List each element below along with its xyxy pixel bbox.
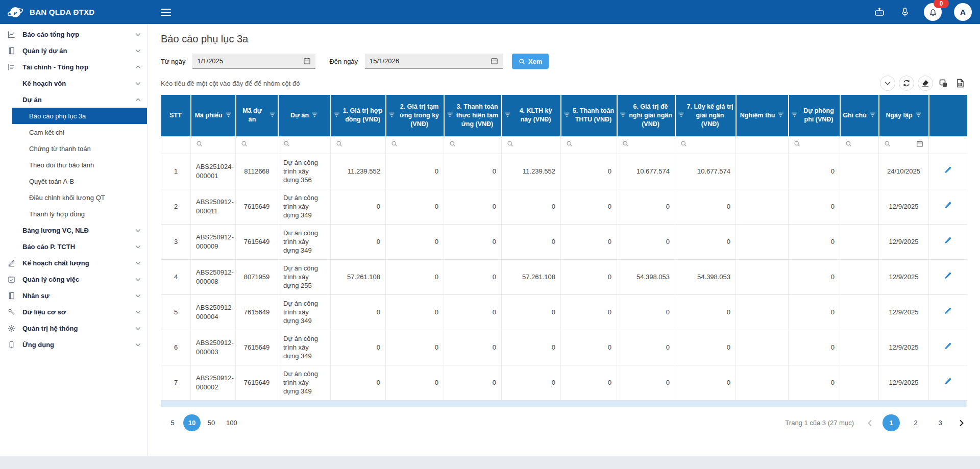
sidebar-item[interactable]: Tài chính - Tổng hợp	[0, 59, 147, 75]
column-header-c6[interactable]: 6. Giá trị đề nghị giải ngân (VNĐ)	[617, 95, 675, 136]
column-header-c2[interactable]: 2. Giá trị tạm ứng trong kỳ (VNĐ)	[386, 95, 444, 136]
filter-icon[interactable]	[564, 111, 570, 120]
column-header-ma_phieu[interactable]: Mã phiếu	[191, 95, 236, 136]
column-header-ghi_chu[interactable]: Ghi chú	[840, 95, 879, 136]
collapse-chevron-button[interactable]	[880, 76, 895, 91]
filter-input-du_phong[interactable]	[789, 136, 840, 154]
filter-input-ma_du_an[interactable]	[236, 136, 278, 154]
prev-page-button[interactable]	[865, 418, 875, 428]
filter-icon[interactable]	[504, 111, 511, 120]
assistant-robot-icon[interactable]	[873, 6, 886, 19]
clear-filters-eraser-button[interactable]	[918, 76, 933, 91]
sidebar-item[interactable]: Kế hoạch vốn	[0, 75, 147, 91]
page-size-5[interactable]: 5	[164, 414, 181, 431]
filter-icon[interactable]	[388, 111, 395, 120]
column-header-ngay_lap[interactable]: Ngày lập	[879, 95, 929, 136]
next-page-button[interactable]	[957, 418, 967, 428]
sidebar-item[interactable]: Chứng từ thanh toán	[0, 140, 147, 157]
notifications-bell-button[interactable]: 0	[924, 3, 942, 21]
sidebar-item[interactable]: Báo cáo P. TCTH	[0, 238, 147, 255]
filter-input-c4[interactable]	[502, 136, 561, 154]
filter-input-c3[interactable]	[444, 136, 502, 154]
export-excel-button[interactable]	[953, 77, 967, 90]
edit-row-button[interactable]	[944, 236, 952, 244]
sidebar-item[interactable]: Quản lý dự án	[0, 42, 147, 59]
sidebar-item[interactable]: Dữ liệu cơ sở	[0, 304, 147, 320]
refresh-button[interactable]	[899, 76, 914, 91]
calendar-icon[interactable]	[916, 140, 923, 150]
edit-row-button[interactable]	[944, 342, 952, 350]
cell-ghi_chu	[840, 365, 879, 400]
calendar-icon[interactable]	[303, 57, 311, 65]
sidebar-item[interactable]: Điều chỉnh khối lượng QT	[0, 189, 147, 206]
user-avatar[interactable]: A	[954, 3, 972, 21]
filter-icon[interactable]	[869, 111, 876, 120]
sidebar-item[interactable]: Ứng dụng	[0, 336, 147, 353]
page-button-1[interactable]: 1	[883, 414, 900, 431]
edit-row-button[interactable]	[944, 166, 952, 174]
column-header-du_phong[interactable]: Dự phòng phí (VNĐ)	[789, 95, 840, 136]
from-date-input[interactable]: 1/1/2025	[192, 54, 315, 69]
sidebar-item[interactable]: Quản lý công việc	[0, 271, 147, 287]
page-size-50[interactable]: 50	[203, 414, 220, 431]
filter-icon[interactable]	[620, 111, 626, 120]
edit-row-button[interactable]	[944, 201, 952, 209]
to-date-input[interactable]: 15/1/2026	[365, 54, 503, 69]
filter-input-ma_phieu[interactable]	[191, 136, 236, 154]
column-header-c4[interactable]: 4. KLTH kỳ này (VNĐ)	[502, 95, 561, 136]
sidebar-item[interactable]: Quản trị hệ thống	[0, 320, 147, 336]
column-header-nghiem_thu[interactable]: Nghiệm thu	[736, 95, 789, 136]
column-header-du_an[interactable]: Dự án	[278, 95, 331, 136]
column-header-c3[interactable]: 3. Thanh toán thực hiện tạm ứng (VNĐ)	[444, 95, 502, 136]
sidebar-item[interactable]: Dự án	[0, 91, 147, 108]
filter-input-c1[interactable]	[331, 136, 386, 154]
sidebar-item[interactable]: Cam kết chi	[0, 124, 147, 140]
filter-input-ngay_lap[interactable]	[879, 136, 929, 154]
sidebar-item[interactable]: Thanh lý hợp đồng	[0, 206, 147, 222]
filter-input-c2[interactable]	[386, 136, 444, 154]
partial-next-row	[161, 401, 967, 407]
export-copy-button[interactable]	[937, 77, 950, 90]
sidebar-item[interactable]: Bảng lương VC, NLĐ	[0, 222, 147, 238]
filter-input-c6[interactable]	[617, 136, 675, 154]
view-button[interactable]: Xem	[512, 54, 549, 69]
from-date-label: Từ ngày	[161, 58, 185, 65]
menu-toggle-button[interactable]	[161, 9, 171, 16]
sidebar-item-active[interactable]: Báo cáo phụ lục 3a	[12, 108, 147, 124]
sidebar-item[interactable]: Nhân sự	[0, 287, 147, 304]
calendar-icon[interactable]	[491, 57, 498, 65]
sidebar-item[interactable]: Theo dõi thư bảo lãnh	[0, 157, 147, 173]
edit-row-button[interactable]	[944, 377, 952, 385]
sidebar-item-label: Quản lý công việc	[22, 276, 79, 283]
filter-icon[interactable]	[269, 111, 276, 120]
microphone-icon[interactable]	[898, 6, 912, 19]
filter-icon[interactable]	[678, 111, 684, 120]
edit-row-button[interactable]	[944, 271, 952, 280]
column-header-c7[interactable]: 7. Lũy kế giá trị giải ngân (VNĐ)	[675, 95, 736, 136]
brand-logo[interactable]: e BAN QLDA ĐTXD	[0, 0, 148, 24]
filter-input-du_an[interactable]	[278, 136, 331, 154]
sidebar-item[interactable]: Báo cáo tổng hợp	[0, 26, 147, 42]
sidebar-item[interactable]: Quyết toán A-B	[0, 173, 147, 189]
filter-input-c7[interactable]	[675, 136, 736, 154]
column-header-c1[interactable]: 1. Giá trị hợp đồng (VNĐ)	[331, 95, 386, 136]
filter-icon[interactable]	[777, 111, 784, 120]
filter-icon[interactable]	[447, 111, 453, 120]
page-size-10[interactable]: 10	[183, 414, 201, 431]
filter-icon[interactable]	[333, 111, 340, 120]
sidebar-item[interactable]: Kế hoạch chất lượng	[0, 255, 147, 271]
filter-icon[interactable]	[915, 111, 922, 120]
filter-icon[interactable]	[311, 111, 318, 120]
column-header-stt[interactable]: STT	[161, 95, 191, 136]
filter-input-c5[interactable]	[561, 136, 617, 154]
page-size-100[interactable]: 100	[222, 414, 241, 431]
filter-input-ghi_chu[interactable]	[840, 136, 879, 154]
filter-icon[interactable]	[225, 111, 232, 120]
page-button-3[interactable]: 3	[932, 414, 949, 431]
page-button-2[interactable]: 2	[907, 414, 924, 431]
cell-ngay_lap: 12/9/2025	[879, 294, 929, 330]
column-header-ma_du_an[interactable]: Mã dự án	[236, 95, 278, 136]
edit-row-button[interactable]	[944, 307, 952, 315]
filter-icon[interactable]	[791, 111, 798, 120]
column-header-c5[interactable]: 5. Thanh toán THTU (VNĐ)	[561, 95, 617, 136]
